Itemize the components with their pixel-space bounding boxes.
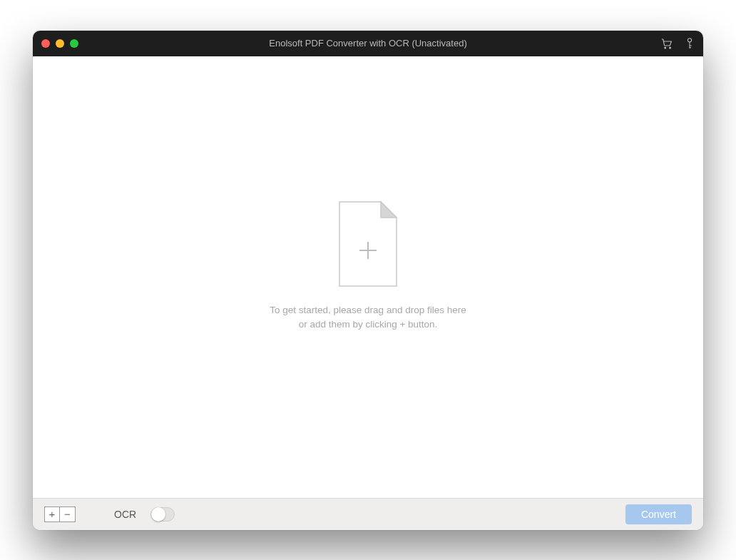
close-window-button[interactable] xyxy=(41,39,50,48)
ocr-toggle-knob xyxy=(151,507,165,521)
bottom-toolbar: + − OCR Convert xyxy=(33,498,703,530)
add-file-icon xyxy=(334,200,402,290)
dropzone-hint: To get started, please drag and drop fil… xyxy=(270,303,466,331)
plus-icon: + xyxy=(49,509,56,519)
add-remove-group: + − xyxy=(44,506,76,522)
remove-file-button[interactable]: − xyxy=(60,506,76,522)
traffic-lights xyxy=(41,39,78,48)
minimize-window-button[interactable] xyxy=(56,39,64,48)
svg-point-0 xyxy=(665,47,666,49)
ocr-toggle[interactable] xyxy=(150,507,175,521)
cart-icon[interactable] xyxy=(660,37,673,50)
ocr-label: OCR xyxy=(114,509,136,520)
svg-point-2 xyxy=(688,38,691,41)
convert-button[interactable]: Convert xyxy=(625,504,692,524)
key-icon[interactable] xyxy=(685,37,695,50)
svg-point-1 xyxy=(670,47,671,49)
dropzone-hint-line1: To get started, please drag and drop fil… xyxy=(270,303,466,317)
content-area: To get started, please drag and drop fil… xyxy=(33,56,703,498)
titlebar: Enolsoft PDF Converter with OCR (Unactiv… xyxy=(33,31,703,56)
app-window: Enolsoft PDF Converter with OCR (Unactiv… xyxy=(33,31,703,530)
fullscreen-window-button[interactable] xyxy=(70,39,78,48)
dropzone[interactable]: To get started, please drag and drop fil… xyxy=(270,200,466,331)
minus-icon: − xyxy=(64,509,71,519)
dropzone-hint-line2: or add them by clicking + button. xyxy=(270,317,466,332)
window-title: Enolsoft PDF Converter with OCR (Unactiv… xyxy=(33,38,703,49)
add-file-button[interactable]: + xyxy=(44,506,60,522)
titlebar-actions xyxy=(660,37,695,50)
